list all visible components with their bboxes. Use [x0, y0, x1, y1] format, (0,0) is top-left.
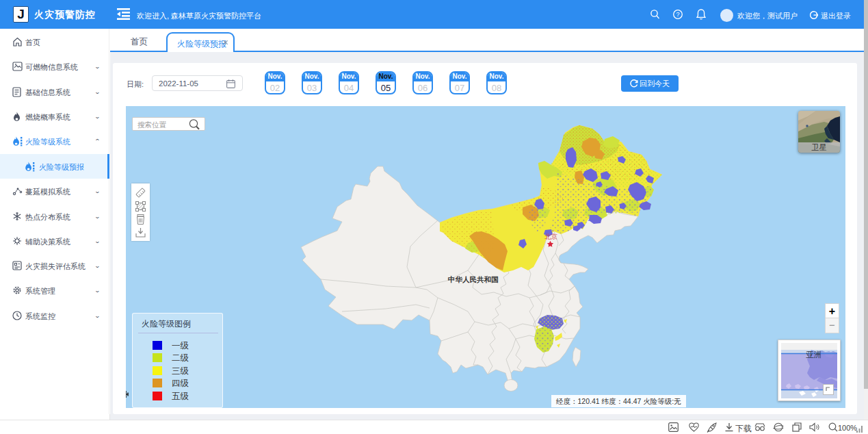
svg-text:北京: 北京 — [544, 233, 558, 240]
svg-text:?: ? — [676, 11, 679, 18]
svg-text:中华人民共和国: 中华人民共和国 — [448, 275, 499, 283]
